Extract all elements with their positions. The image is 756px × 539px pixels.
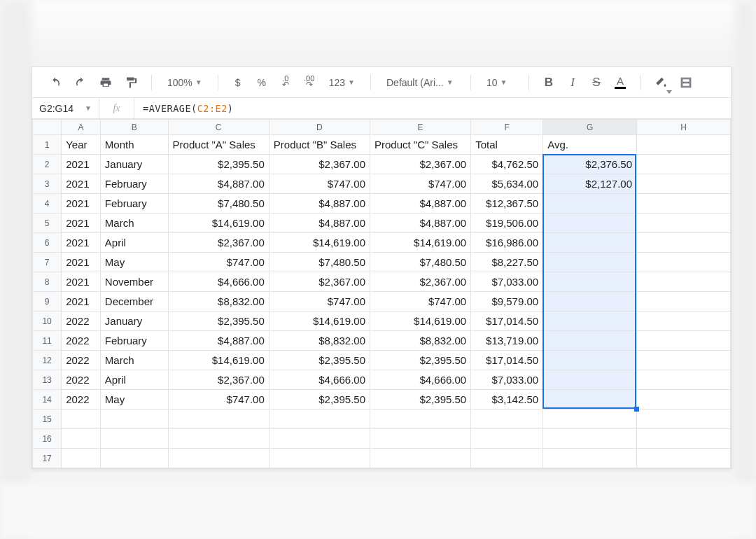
cell-H5[interactable] xyxy=(637,214,731,233)
cell-B4[interactable]: February xyxy=(100,194,168,214)
cell-B13[interactable]: April xyxy=(100,370,168,390)
row-header-9[interactable]: 9 xyxy=(33,292,62,312)
cell-A1[interactable]: Year xyxy=(62,135,101,155)
cell-H2[interactable] xyxy=(637,155,731,174)
cell-D4[interactable]: $4,887.00 xyxy=(269,194,370,214)
cell-G7[interactable] xyxy=(543,253,637,272)
column-header-C[interactable]: C xyxy=(168,120,269,135)
cell-H8[interactable] xyxy=(637,272,731,292)
cell-F16[interactable] xyxy=(471,429,543,449)
cell-C12[interactable]: $14,619.00 xyxy=(168,351,269,370)
cell-E6[interactable]: $14,619.00 xyxy=(370,233,470,253)
cell-D5[interactable]: $4,887.00 xyxy=(269,214,370,233)
cell-A16[interactable] xyxy=(62,429,101,449)
cell-C15[interactable] xyxy=(168,410,269,429)
cell-A17[interactable] xyxy=(62,449,101,468)
row-header-5[interactable]: 5 xyxy=(33,214,62,233)
cell-E14[interactable]: $2,395.50 xyxy=(370,390,470,410)
cell-G16[interactable] xyxy=(543,429,637,449)
cell-H11[interactable] xyxy=(637,331,731,351)
column-header-B[interactable]: B xyxy=(100,120,168,135)
cell-F4[interactable]: $12,367.50 xyxy=(471,194,543,214)
cell-B3[interactable]: February xyxy=(100,174,168,194)
cell-H9[interactable] xyxy=(637,292,731,312)
fill-color-button[interactable] xyxy=(652,73,670,92)
cell-D17[interactable] xyxy=(269,449,370,468)
paint-format-button[interactable] xyxy=(122,73,140,92)
row-header-7[interactable]: 7 xyxy=(33,253,62,272)
text-color-button[interactable]: A xyxy=(612,73,629,92)
cell-C1[interactable]: Product "A" Sales xyxy=(168,135,269,155)
cell-A12[interactable]: 2022 xyxy=(62,351,101,370)
cell-B11[interactable]: February xyxy=(100,331,168,351)
cell-F5[interactable]: $19,506.00 xyxy=(471,214,543,233)
grid[interactable]: ABCDEFGH1YearMonthProduct "A" SalesProdu… xyxy=(32,119,731,468)
cell-F17[interactable] xyxy=(471,449,543,468)
cell-E16[interactable] xyxy=(370,429,470,449)
cell-G9[interactable] xyxy=(543,292,637,312)
cell-G1[interactable]: Avg. xyxy=(543,135,637,155)
cell-B14[interactable]: May xyxy=(100,390,168,410)
cell-F14[interactable]: $3,142.50 xyxy=(471,390,543,410)
cell-H12[interactable] xyxy=(637,351,731,370)
row-header-14[interactable]: 14 xyxy=(33,390,62,410)
cell-G4[interactable] xyxy=(543,194,637,214)
cell-H10[interactable] xyxy=(637,312,731,331)
format-percent-button[interactable]: % xyxy=(253,73,270,92)
cell-G5[interactable] xyxy=(543,214,637,233)
font-dropdown[interactable]: Default (Ari... ▼ xyxy=(382,73,459,92)
cell-A7[interactable]: 2021 xyxy=(62,253,101,272)
cell-E11[interactable]: $8,832.00 xyxy=(370,331,470,351)
cell-F3[interactable]: $5,634.00 xyxy=(471,174,543,194)
cell-A11[interactable]: 2022 xyxy=(62,331,101,351)
cell-B17[interactable] xyxy=(100,449,168,468)
row-header-4[interactable]: 4 xyxy=(33,194,62,214)
cell-C10[interactable]: $2,395.50 xyxy=(168,312,269,331)
cell-C2[interactable]: $2,395.50 xyxy=(168,155,269,174)
cell-G10[interactable] xyxy=(543,312,637,331)
cell-H13[interactable] xyxy=(637,370,731,390)
cell-G2[interactable]: $2,376.50 xyxy=(543,155,637,174)
cell-G8[interactable] xyxy=(543,272,637,292)
cell-D16[interactable] xyxy=(269,429,370,449)
cell-F15[interactable] xyxy=(471,410,543,429)
cell-C13[interactable]: $2,367.00 xyxy=(168,370,269,390)
cell-B9[interactable]: December xyxy=(100,292,168,312)
strikethrough-button[interactable]: S xyxy=(588,73,605,92)
cell-C8[interactable]: $4,666.00 xyxy=(168,272,269,292)
cell-F9[interactable]: $9,579.00 xyxy=(471,292,543,312)
cell-H17[interactable] xyxy=(637,449,731,468)
cell-A13[interactable]: 2022 xyxy=(62,370,101,390)
cell-E9[interactable]: $747.00 xyxy=(370,292,470,312)
cell-F8[interactable]: $7,033.00 xyxy=(471,272,543,292)
cell-G12[interactable] xyxy=(543,351,637,370)
row-header-16[interactable]: 16 xyxy=(33,429,62,449)
cell-H4[interactable] xyxy=(637,194,731,214)
cell-C14[interactable]: $747.00 xyxy=(168,390,269,410)
cell-A5[interactable]: 2021 xyxy=(62,214,101,233)
cell-D13[interactable]: $4,666.00 xyxy=(269,370,370,390)
cell-D15[interactable] xyxy=(269,410,370,429)
cell-H16[interactable] xyxy=(637,429,731,449)
cell-G15[interactable] xyxy=(543,410,637,429)
redo-button[interactable] xyxy=(71,73,90,92)
cell-D10[interactable]: $14,619.00 xyxy=(269,312,370,331)
cell-B10[interactable]: January xyxy=(100,312,168,331)
column-header-H[interactable]: H xyxy=(637,120,731,135)
column-header-F[interactable]: F xyxy=(471,120,543,135)
row-header-12[interactable]: 12 xyxy=(33,351,62,370)
select-all-corner[interactable] xyxy=(33,120,62,135)
cell-F7[interactable]: $8,227.50 xyxy=(471,253,543,272)
cell-D7[interactable]: $7,480.50 xyxy=(269,253,370,272)
print-button[interactable] xyxy=(97,73,115,92)
name-box[interactable]: G2:G14 ▼ xyxy=(32,98,99,118)
cell-F2[interactable]: $4,762.50 xyxy=(471,155,543,174)
row-header-2[interactable]: 2 xyxy=(33,155,62,174)
cell-G11[interactable] xyxy=(543,331,637,351)
cell-E10[interactable]: $14,619.00 xyxy=(370,312,470,331)
decrease-decimals-button[interactable]: .0↶ xyxy=(277,73,294,92)
cell-A15[interactable] xyxy=(62,410,101,429)
cell-E7[interactable]: $7,480.50 xyxy=(370,253,470,272)
cell-D3[interactable]: $747.00 xyxy=(269,174,370,194)
cell-C6[interactable]: $2,367.00 xyxy=(168,233,269,253)
